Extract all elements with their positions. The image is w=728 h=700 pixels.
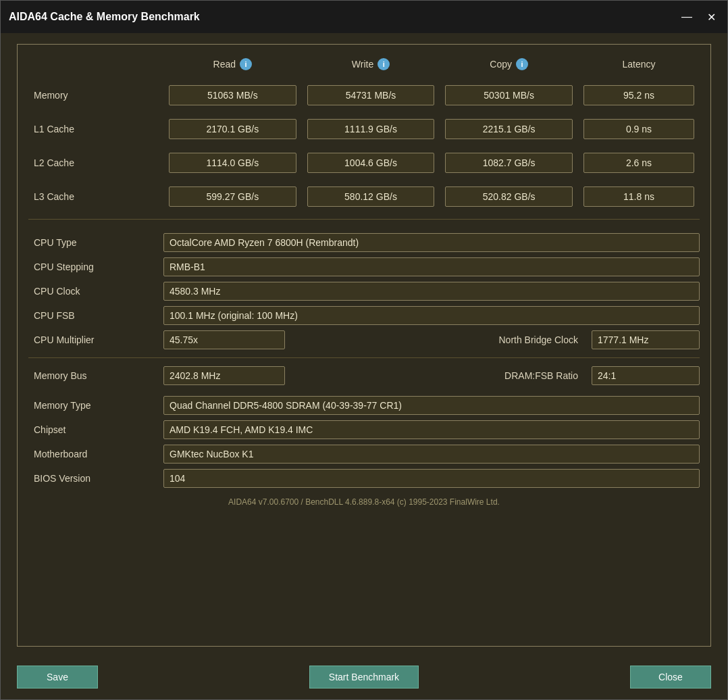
dram-fsb-label: DRAM:FSB Ratio: [496, 370, 586, 381]
memory-info-row-1: Chipset AMD K19.4 FCH, AMD K19.4 IMC: [28, 418, 700, 442]
mem-label-3: BIOS Version: [28, 473, 163, 484]
read-value-1: 2170.1 GB/s: [169, 119, 296, 139]
read-value-3: 599.27 GB/s: [169, 186, 296, 207]
cpu-info-row-1: CPU Stepping RMB-B1: [28, 255, 700, 279]
latency-header: Latency: [578, 59, 700, 70]
latency-value-1: 0.9 ns: [583, 119, 694, 139]
north-bridge-label: North Bridge Clock: [491, 334, 587, 345]
save-button[interactable]: Save: [17, 666, 98, 689]
mem-label-1: Chipset: [28, 424, 163, 435]
cpu-info-row-2: CPU Clock 4580.3 MHz: [28, 279, 700, 303]
main-content: Read i Write i Copy i Latency Memory 510…: [1, 33, 727, 657]
row-label-1: L1 Cache: [28, 124, 163, 134]
memory-bus-row: Memory Bus 2402.8 MHz DRAM:FSB Ratio 24:…: [28, 364, 700, 388]
copy-value-3: 520.82 GB/s: [445, 186, 573, 207]
benchmark-row-3: L3 Cache 599.27 GB/s 580.12 GB/s 520.82 …: [28, 180, 700, 214]
cpu-multiplier-value: 45.75x: [163, 330, 285, 349]
cpu-value-0: OctalCore AMD Ryzen 7 6800H (Rembrandt): [163, 233, 700, 252]
title-bar: AIDA64 Cache & Memory Benchmark — ✕: [1, 1, 727, 33]
memory-info-row-0: Memory Type Quad Channel DDR5-4800 SDRAM…: [28, 393, 700, 418]
dram-fsb-value: 24:1: [592, 366, 700, 385]
cpu-info-section: CPU Type OctalCore AMD Ryzen 7 6800H (Re…: [28, 230, 700, 328]
cpu-value-2: 4580.3 MHz: [163, 282, 700, 301]
copy-value-0: 50301 MB/s: [445, 85, 573, 105]
row-label-0: Memory: [28, 90, 163, 101]
bottom-bar: Save Start Benchmark Close: [1, 657, 727, 699]
divider-2: [28, 357, 700, 358]
mem-value-0: Quad Channel DDR5-4800 SDRAM (40-39-39-7…: [163, 396, 700, 415]
copy-header: Copy i: [440, 58, 578, 70]
cpu-label-2: CPU Clock: [28, 286, 163, 297]
read-header: Read i: [163, 58, 302, 70]
footer-text: AIDA64 v7.00.6700 / BenchDLL 4.6.889.8-x…: [28, 491, 700, 511]
memory-info-row-3: BIOS Version 104: [28, 466, 700, 491]
row-label-3: L3 Cache: [28, 191, 163, 202]
benchmark-row-2: L2 Cache 1114.0 GB/s 1004.6 GB/s 1082.7 …: [28, 146, 700, 180]
write-value-0: 54731 MB/s: [307, 85, 435, 105]
row-label-2: L2 Cache: [28, 157, 163, 168]
write-value-2: 1004.6 GB/s: [307, 153, 435, 173]
close-button[interactable]: Close: [630, 666, 711, 689]
close-window-button[interactable]: ✕: [703, 9, 719, 25]
window-controls: — ✕: [679, 9, 719, 25]
latency-value-0: 95.2 ns: [583, 85, 694, 105]
read-info-icon[interactable]: i: [240, 58, 252, 70]
benchmark-row-0: Memory 51063 MB/s 54731 MB/s 50301 MB/s …: [28, 78, 700, 112]
copy-info-icon[interactable]: i: [516, 58, 528, 70]
write-value-1: 1111.9 GB/s: [307, 119, 435, 139]
benchmark-data: Memory 51063 MB/s 54731 MB/s 50301 MB/s …: [28, 78, 700, 214]
memory-bus-label: Memory Bus: [28, 370, 163, 381]
cpu-label-3: CPU FSB: [28, 310, 163, 321]
write-value-3: 580.12 GB/s: [307, 186, 435, 207]
column-headers: Read i Write i Copy i Latency: [28, 53, 700, 76]
north-bridge-value: 1777.1 MHz: [592, 330, 700, 349]
read-value-0: 51063 MB/s: [169, 85, 296, 105]
mem-value-3: 104: [163, 469, 700, 488]
copy-value-2: 1082.7 GB/s: [445, 153, 573, 173]
memory-info-section: Memory Type Quad Channel DDR5-4800 SDRAM…: [28, 393, 700, 491]
cpu-label-1: CPU Stepping: [28, 261, 163, 272]
memory-bus-value: 2402.8 MHz: [163, 366, 285, 385]
cpu-value-1: RMB-B1: [163, 257, 700, 276]
write-header: Write i: [302, 58, 440, 70]
mem-label-2: Motherboard: [28, 449, 163, 459]
copy-value-1: 2215.1 GB/s: [445, 119, 573, 139]
divider-1: [28, 219, 700, 220]
mem-value-2: GMKtec NucBox K1: [163, 445, 700, 464]
latency-value-2: 2.6 ns: [583, 153, 694, 173]
memory-info-row-2: Motherboard GMKtec NucBox K1: [28, 442, 700, 466]
cpu-multiplier-label: CPU Multiplier: [28, 334, 163, 345]
mem-value-1: AMD K19.4 FCH, AMD K19.4 IMC: [163, 420, 700, 439]
read-value-2: 1114.0 GB/s: [169, 153, 296, 173]
cpu-multiplier-row: CPU Multiplier 45.75x North Bridge Clock…: [28, 328, 700, 352]
minimize-button[interactable]: —: [679, 9, 695, 25]
start-benchmark-button[interactable]: Start Benchmark: [309, 666, 419, 689]
window-title: AIDA64 Cache & Memory Benchmark: [9, 11, 200, 23]
cpu-info-row-0: CPU Type OctalCore AMD Ryzen 7 6800H (Re…: [28, 230, 700, 255]
mem-label-0: Memory Type: [28, 400, 163, 411]
cpu-info-row-3: CPU FSB 100.1 MHz (original: 100 MHz): [28, 303, 700, 328]
cpu-value-3: 100.1 MHz (original: 100 MHz): [163, 306, 700, 325]
benchmark-frame: Read i Write i Copy i Latency Memory 510…: [17, 44, 711, 647]
latency-value-3: 11.8 ns: [583, 186, 694, 207]
main-window: AIDA64 Cache & Memory Benchmark — ✕ Read…: [0, 0, 728, 700]
benchmark-row-1: L1 Cache 2170.1 GB/s 1111.9 GB/s 2215.1 …: [28, 112, 700, 146]
cpu-label-0: CPU Type: [28, 237, 163, 248]
write-info-icon[interactable]: i: [378, 58, 390, 70]
